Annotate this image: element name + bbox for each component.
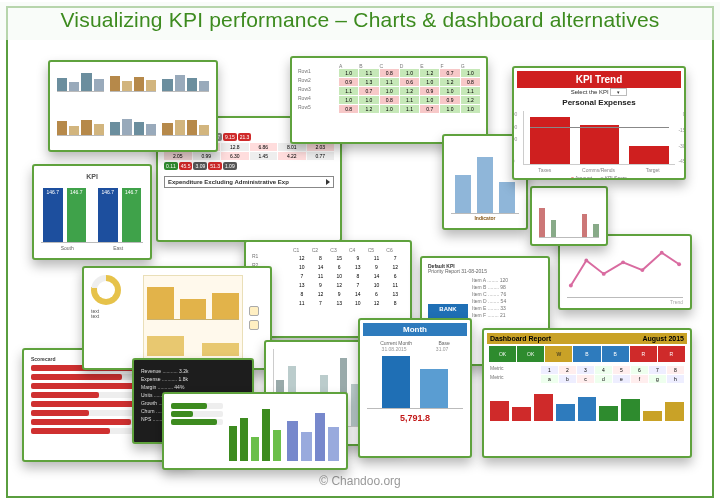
kpi-bars-legend-r: East bbox=[113, 245, 123, 251]
kt-legend-score: KPI Score bbox=[600, 175, 627, 180]
kt-legend-amount: Amount bbox=[571, 175, 592, 180]
card-amber-dashboard: text text bbox=[82, 266, 272, 370]
kpi-bars-title: KPI bbox=[41, 173, 143, 180]
card-bullet-green bbox=[162, 392, 348, 470]
dr-right: August 2015 bbox=[642, 335, 684, 342]
dr-left: Dashboard Report bbox=[490, 335, 551, 342]
card-dashboard-report: Dashboard Report August 2015 OK OK W B B… bbox=[482, 328, 692, 458]
card-mini-bars bbox=[530, 186, 608, 246]
page-title: Visualizing KPI performance – Charts & d… bbox=[0, 2, 720, 40]
svg-point-0 bbox=[569, 284, 573, 288]
kt-dropdown[interactable]: ▾ bbox=[610, 88, 627, 96]
collage: KPI 146.7 146.7 146.7 146.7 South East l… bbox=[22, 56, 698, 474]
bank-label: BANK bbox=[428, 306, 468, 312]
kt-header: KPI Trend bbox=[517, 71, 681, 88]
svg-point-2 bbox=[602, 272, 606, 276]
nav-down-icon[interactable] bbox=[249, 320, 259, 330]
caption: © Chandoo.org bbox=[0, 474, 720, 488]
kt-sub: Select the KPI bbox=[571, 89, 609, 95]
card-small-multiples bbox=[48, 60, 218, 152]
kt-plot: 350.00 250.00 150.00 50.00 0.00% -15.00%… bbox=[523, 111, 675, 165]
svg-point-4 bbox=[640, 268, 644, 272]
line-chart-icon bbox=[567, 243, 683, 297]
svg-point-3 bbox=[621, 260, 625, 264]
card-month-kpi: Month Current Month Base 31.08.2015 31.0… bbox=[358, 318, 472, 458]
priority-sub: Priority Report 31-08-2015 bbox=[428, 269, 542, 274]
svg-point-1 bbox=[584, 258, 588, 262]
exp-note: Expenditure Excluding Administrative Exp bbox=[168, 179, 289, 185]
card-kpi-trend: KPI Trend Select the KPI ▾ Personal Expe… bbox=[512, 66, 686, 180]
mk-header: Month bbox=[363, 323, 467, 336]
mk-value: 5,791.8 bbox=[367, 413, 463, 423]
nav-up-icon[interactable] bbox=[249, 306, 259, 316]
card-kpi-bars: KPI 146.7 146.7 146.7 146.7 South East bbox=[32, 164, 152, 260]
svg-point-6 bbox=[677, 262, 681, 266]
svg-point-5 bbox=[660, 251, 664, 255]
card-heat-table: ABCDEFG Row11.01.10.81.01.20.71.0 Row20.… bbox=[290, 56, 488, 144]
kpi-bars-legend-l: South bbox=[61, 245, 74, 251]
kt-title: Personal Expenses bbox=[517, 96, 681, 109]
chevron-right-icon bbox=[326, 179, 330, 185]
donut-icon bbox=[91, 275, 121, 305]
